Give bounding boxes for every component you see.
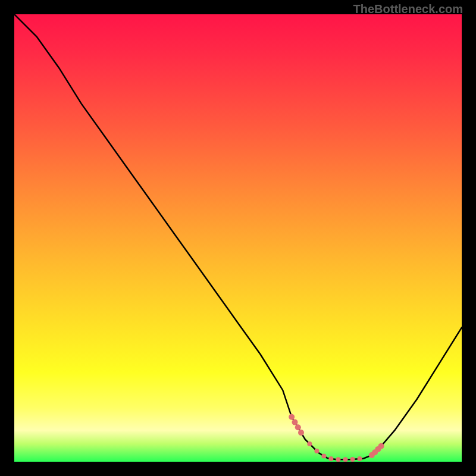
svg-point-1 [292,419,298,425]
svg-point-15 [369,452,375,458]
svg-point-5 [314,449,319,453]
svg-point-4 [307,441,312,446]
svg-point-11 [358,456,362,461]
svg-point-2 [295,424,301,430]
watermark-text: TheBottleneck.com [353,2,463,16]
svg-point-9 [343,457,348,462]
svg-point-6 [321,453,326,458]
chart-svg [14,14,462,462]
plot-area [14,14,462,462]
optimal-range-dots [289,414,384,462]
svg-point-8 [336,457,340,462]
svg-point-3 [298,430,304,436]
svg-point-0 [289,414,295,420]
svg-point-10 [350,457,355,462]
bottleneck-curve [14,14,462,459]
svg-point-7 [328,456,333,461]
